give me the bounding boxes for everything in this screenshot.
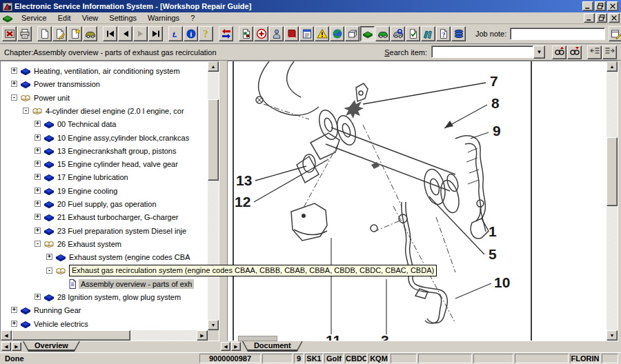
bulletin-button[interactable] [299, 26, 314, 41]
repair-manual-button[interactable] [284, 26, 299, 41]
help-button[interactable]: ? [199, 26, 213, 41]
tree-vertical-scrollbar[interactable]: ▲ ▼ [208, 61, 219, 330]
tree-item-label[interactable]: Assembly overview - parts of exh [79, 279, 194, 289]
tree-item-label[interactable]: 10 Engine assy,cylinder block,crankcas [55, 133, 191, 143]
tree-item-label[interactable]: Heating, ventilation, air conditioning s… [32, 66, 182, 76]
tab-scroll-left-icon[interactable]: ◀ [1, 342, 11, 351]
expand-icon[interactable]: + [34, 161, 41, 167]
parts-document-button[interactable] [239, 26, 253, 41]
tab-document[interactable]: Document [243, 341, 302, 350]
mdi-restore-button[interactable] [596, 13, 607, 23]
expand-icon[interactable]: + [34, 134, 41, 141]
edit-document-button[interactable] [52, 26, 67, 41]
tree-item[interactable]: +Exhaust system (engine codes CBA [1, 252, 208, 263]
exit-button[interactable] [2, 26, 17, 41]
tree-horizontal-scrollbar[interactable]: ◀ ▶ [1, 330, 208, 341]
expand-icon[interactable]: + [34, 228, 41, 234]
panel-splitter[interactable] [219, 61, 227, 341]
tree-item-label[interactable]: Power transmission [32, 79, 102, 89]
menu-warnings[interactable]: Warnings [142, 13, 185, 23]
collapse-icon[interactable]: - [11, 94, 17, 101]
tree-item[interactable]: +17 Engine lubrication [1, 172, 208, 183]
tree-item[interactable]: +Heating, ventilation, air conditioning … [1, 65, 208, 77]
expand-icon[interactable]: + [34, 214, 41, 220]
tab-scroll-left-icon[interactable]: ◀ [221, 342, 230, 351]
menu-edit[interactable]: Edit [52, 13, 77, 23]
tree-item[interactable]: +23 Fuel preparation system Diesel inje [1, 225, 208, 237]
tree-item-label[interactable]: 19 Engine cooling [55, 186, 119, 196]
nav-next-button[interactable] [133, 26, 148, 41]
menu-view[interactable]: View [77, 13, 104, 23]
minimize-button[interactable] [582, 1, 593, 11]
doc-hscrollbar-thumb[interactable] [238, 336, 277, 341]
nav-previous-button[interactable] [118, 26, 132, 41]
tree-item[interactable]: +Running Gear [1, 305, 208, 316]
expand-icon[interactable]: + [34, 294, 41, 300]
tree-item-label[interactable]: 00 Technical data [55, 119, 118, 129]
hit-next-button[interactable] [602, 46, 617, 59]
tree-item-label[interactable]: Vehicle electrics [32, 319, 90, 329]
swap-view-button[interactable] [219, 26, 233, 41]
expand-icon[interactable]: + [11, 68, 17, 74]
t-navigation-button[interactable]: t. [168, 26, 183, 41]
search-input[interactable] [431, 46, 533, 58]
tree-item-label[interactable]: Exhaust system (engine codes CBA [67, 252, 192, 262]
hit-previous-button[interactable] [587, 46, 602, 59]
tree-item-label[interactable]: 15 Engine cylinder head, valve gear [55, 159, 180, 169]
tree-scrollbar-thumb[interactable] [208, 99, 219, 181]
vehicle-button[interactable] [83, 26, 97, 41]
tree-item[interactable]: +20 Fuel supply, gas operation [1, 199, 208, 210]
hotline-button[interactable] [451, 26, 466, 41]
tree-item-label[interactable]: 13 Enginecrankshaft group, pistons [55, 146, 178, 156]
expand-icon[interactable]: + [34, 174, 41, 180]
scroll-down-icon[interactable]: ▼ [208, 320, 219, 330]
vehicle-search-button[interactable] [391, 26, 405, 41]
search-dropdown-button[interactable]: ▼ [533, 46, 545, 59]
menu-service[interactable]: Service [16, 13, 52, 23]
close-button[interactable] [607, 1, 618, 11]
bookshelf-button[interactable] [421, 26, 435, 41]
collapse-icon[interactable]: - [46, 267, 52, 274]
tree-item[interactable]: -4-cylinder diesel engine (2.0 l engine,… [1, 105, 208, 117]
tree-hscrollbar-thumb[interactable] [12, 330, 130, 341]
tab-overview[interactable]: Overview [23, 341, 79, 350]
nav-first-button[interactable] [103, 26, 117, 41]
checklist-button[interactable] [406, 26, 420, 41]
expand-icon[interactable]: + [11, 81, 17, 87]
tree-item[interactable]: +10 Engine assy,cylinder block,crankcas [1, 132, 208, 144]
print-button[interactable] [17, 26, 32, 41]
tree-item[interactable]: +Power transmission [1, 79, 208, 90]
mdi-close-button[interactable] [609, 13, 620, 23]
tree-item-label[interactable]: 21 Exhaust turbocharger, G-charger [55, 212, 180, 222]
tree-item[interactable]: +28 Ignition system, glow plug system [1, 292, 208, 303]
scroll-up-icon[interactable]: ▲ [208, 61, 219, 72]
tree-item[interactable]: +Vehicle electrics [1, 318, 208, 330]
expand-icon[interactable]: + [11, 321, 17, 327]
tree-item-label[interactable]: 20 Fuel supply, gas operation [55, 199, 159, 209]
expand-icon[interactable]: + [34, 148, 41, 154]
menu-settings[interactable]: Settings [103, 13, 142, 23]
tree-item[interactable]: +13 Enginecrankshaft group, pistons [1, 145, 208, 157]
tree-item-label[interactable]: 4-cylinder diesel engine (2.0 l engine, … [43, 106, 186, 116]
tree-item-label[interactable]: Running Gear [32, 305, 83, 315]
search-next-button[interactable] [567, 46, 582, 59]
tree-item-label[interactable]: 26 Exhaust system [55, 239, 124, 249]
expand-icon[interactable]: + [34, 121, 41, 127]
document-scrollbar-thumb[interactable] [607, 137, 618, 206]
search-previous-button[interactable] [552, 46, 566, 59]
vehicle-data-button[interactable] [375, 26, 390, 41]
mdi-minimize-button[interactable] [584, 13, 595, 23]
nav-last-button[interactable] [148, 26, 163, 41]
scroll-down-icon[interactable]: ▼ [607, 330, 618, 341]
tree-item[interactable]: +00 Technical data [1, 119, 208, 130]
customer-service-button[interactable] [269, 26, 284, 41]
tree-item-label[interactable]: 23 Fuel preparation system Diesel inje [55, 226, 188, 236]
restore-button[interactable] [595, 1, 606, 11]
tree-item[interactable]: -26 Exhaust system [1, 239, 208, 250]
expand-icon[interactable]: + [46, 254, 52, 260]
first-aid-button[interactable] [254, 26, 268, 41]
document-vertical-scrollbar[interactable]: ▲ ▼ [607, 61, 618, 341]
tree-item-label[interactable]: 17 Engine lubrication [55, 172, 130, 182]
tree-item-label[interactable]: Power unit [32, 93, 72, 103]
expand-icon[interactable]: + [34, 201, 41, 207]
